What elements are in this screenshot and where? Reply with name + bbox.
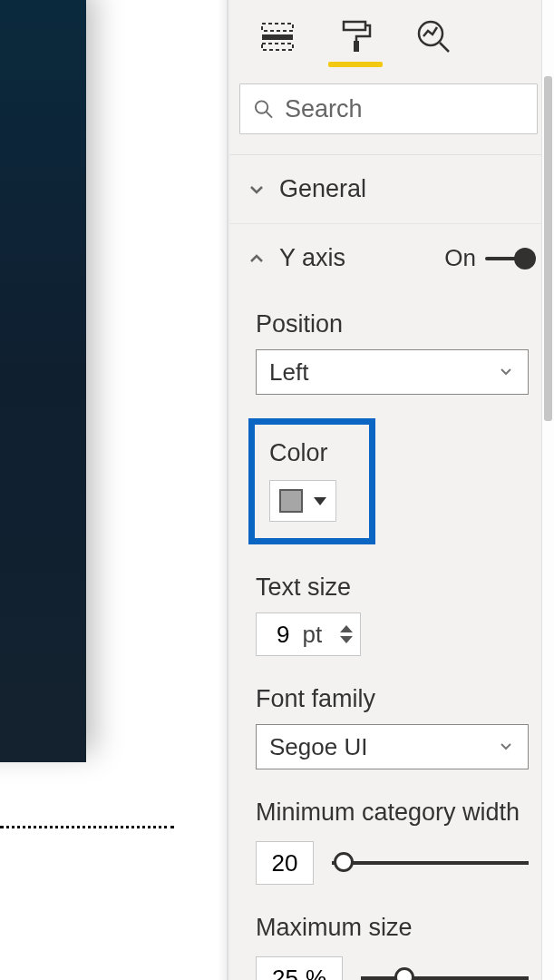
- position-value: Left: [269, 358, 308, 387]
- chevron-down-icon: [497, 733, 515, 761]
- font-family-dropdown[interactable]: Segoe UI: [256, 724, 529, 769]
- max-size-unit: %: [306, 965, 326, 981]
- min-cat-width-label: Minimum category width: [256, 799, 529, 827]
- svg-point-7: [256, 101, 267, 113]
- magnifier-chart-icon: [415, 18, 452, 54]
- svg-line-6: [440, 43, 449, 52]
- position-label: Position: [256, 310, 529, 338]
- text-size-label: Text size: [256, 573, 529, 602]
- y-axis-body: Position Left Color Text size 9 pt: [230, 292, 554, 980]
- section-y-axis[interactable]: Y axis On: [230, 224, 554, 292]
- svg-rect-4: [354, 41, 359, 52]
- section-y-axis-label: Y axis: [279, 244, 345, 272]
- color-field-highlight: Color: [248, 418, 375, 544]
- tab-analytics[interactable]: [413, 16, 453, 56]
- scrollbar[interactable]: [541, 0, 554, 980]
- report-canvas[interactable]: [0, 0, 228, 980]
- svg-rect-3: [344, 22, 365, 30]
- y-axis-toggle[interactable]: On: [444, 244, 534, 272]
- max-size-value: 25: [272, 965, 298, 981]
- section-general-label: General: [279, 175, 366, 203]
- min-cat-width-slider[interactable]: [332, 861, 529, 865]
- arrow-down-icon: [340, 636, 353, 643]
- text-size-stepper[interactable]: 9 pt: [256, 612, 361, 656]
- canvas-baseline: [0, 826, 174, 828]
- font-family-label: Font family: [256, 685, 529, 713]
- paint-roller-icon: [337, 18, 374, 54]
- stepper-arrows[interactable]: [340, 625, 353, 643]
- scrollbar-thumb[interactable]: [544, 76, 552, 421]
- caret-down-icon: [314, 497, 326, 505]
- format-pane: General Y axis On Position Left Color: [228, 0, 554, 980]
- tab-fields[interactable]: [258, 16, 297, 56]
- search-icon: [253, 97, 274, 121]
- max-size-control: 25 %: [256, 956, 529, 980]
- max-size-label: Maximum size: [256, 914, 529, 942]
- position-dropdown[interactable]: Left: [256, 349, 529, 395]
- min-cat-width-control: 20: [256, 841, 529, 885]
- svg-rect-1: [262, 34, 293, 40]
- slider-handle[interactable]: [394, 967, 414, 980]
- pane-divider: [218, 0, 227, 980]
- toggle-label: On: [444, 244, 476, 272]
- color-picker[interactable]: [269, 480, 336, 522]
- svg-rect-0: [262, 24, 293, 31]
- tab-format[interactable]: [335, 16, 375, 56]
- text-size-unit: pt: [302, 621, 322, 649]
- tab-format-underline: [328, 62, 383, 67]
- format-pane-tabs: [230, 0, 554, 67]
- text-size-value: 9: [277, 621, 289, 649]
- chevron-down-icon: [243, 176, 270, 203]
- svg-rect-2: [262, 44, 293, 50]
- chevron-down-icon: [497, 358, 515, 387]
- slider-handle[interactable]: [334, 852, 354, 872]
- format-search[interactable]: [239, 83, 538, 134]
- fields-icon: [259, 18, 296, 54]
- svg-line-8: [266, 112, 272, 118]
- visual-preview[interactable]: [0, 0, 86, 762]
- toggle-track: [485, 257, 534, 260]
- color-swatch: [279, 489, 303, 513]
- font-family-value: Segoe UI: [269, 733, 367, 761]
- max-size-slider[interactable]: [361, 976, 529, 980]
- chevron-up-icon: [243, 245, 270, 272]
- arrow-up-icon: [340, 625, 353, 632]
- min-cat-width-input[interactable]: 20: [256, 841, 314, 885]
- min-cat-width-value: 20: [272, 849, 298, 877]
- max-size-input[interactable]: 25 %: [256, 956, 343, 980]
- section-general[interactable]: General: [230, 155, 554, 224]
- toggle-knob: [514, 248, 536, 270]
- search-input[interactable]: [285, 95, 524, 123]
- color-label: Color: [269, 439, 355, 467]
